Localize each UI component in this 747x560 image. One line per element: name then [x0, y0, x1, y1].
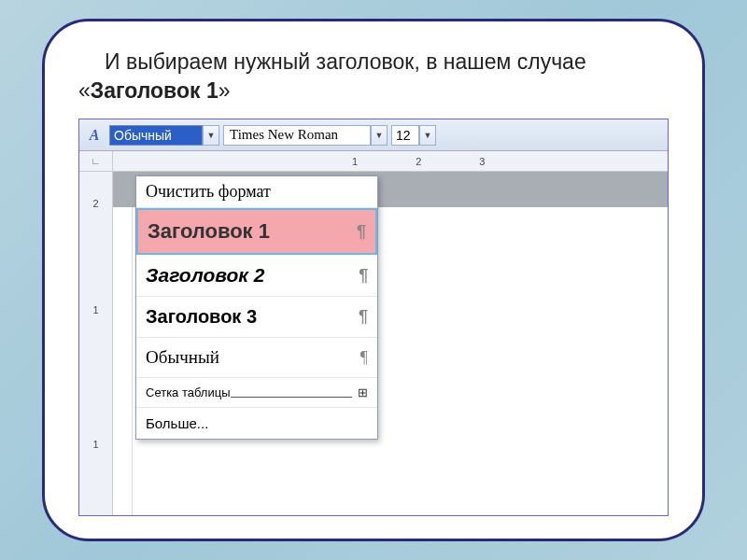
chevron-down-icon: ▼: [375, 131, 384, 140]
pilcrow-icon: ¶: [359, 266, 368, 286]
instruction-bold: Заголовок 1: [91, 78, 218, 103]
menu-label: Сетка таблицы: [146, 385, 231, 399]
styles-icon[interactable]: A: [83, 124, 106, 147]
style-input[interactable]: Обычный: [109, 125, 203, 146]
menu-label: Очистить формат: [146, 182, 271, 202]
menu-clear-format[interactable]: Очистить формат: [136, 176, 377, 208]
size-input[interactable]: 12: [391, 125, 419, 146]
instruction-text: И выбираем нужный заголовок, в нашем слу…: [78, 48, 669, 105]
menu-table-grid[interactable]: Сетка таблицы ⊞: [136, 378, 377, 408]
menu-heading-2[interactable]: Заголовок 2 ¶: [136, 255, 377, 297]
horizontal-ruler: 1 2 3: [113, 151, 668, 172]
vertical-ruler: 2 1 1: [79, 172, 113, 515]
size-selector[interactable]: 12 ▼: [391, 125, 436, 146]
grid-icon: ⊞: [358, 385, 368, 399]
ruler-mark: 1: [92, 304, 98, 315]
font-selector[interactable]: Times New Roman ▼: [223, 125, 388, 146]
formatting-toolbar: A Обычный ▼ Times New Roman ▼ 12 ▼: [79, 119, 668, 151]
menu-heading-1[interactable]: Заголовок 1 ¶: [136, 208, 377, 255]
ruler-mark: 1: [92, 439, 98, 450]
ruler-corner: ∟: [79, 151, 113, 172]
ruler-mark: 1: [352, 156, 365, 167]
style-selector[interactable]: Обычный ▼: [109, 124, 219, 147]
font-dropdown-button[interactable]: ▼: [371, 125, 388, 146]
chevron-down-icon: ▼: [207, 131, 216, 140]
instruction-suffix: »: [218, 78, 231, 103]
font-input[interactable]: Times New Roman: [223, 125, 371, 146]
menu-normal[interactable]: Обычный ¶: [136, 338, 377, 378]
ruler-mark: 2: [92, 198, 98, 209]
menu-label: Обычный: [146, 347, 219, 368]
style-dropdown-menu: Очистить формат Заголовок 1 ¶ Заголовок …: [135, 175, 378, 440]
menu-more[interactable]: Больше...: [136, 408, 377, 439]
pilcrow-icon: ¶: [359, 307, 368, 327]
menu-label: Заголовок 1: [148, 219, 270, 244]
slide-card: И выбираем нужный заголовок, в нашем слу…: [42, 19, 705, 541]
chevron-down-icon: ▼: [424, 131, 432, 140]
ruler-mark: 3: [479, 156, 492, 167]
pilcrow-icon: ¶: [360, 348, 368, 368]
menu-label: Больше...: [146, 415, 208, 431]
size-dropdown-button[interactable]: ▼: [419, 125, 436, 146]
menu-label: Заголовок 2: [146, 264, 264, 287]
word-screenshot: A Обычный ▼ Times New Roman ▼ 12 ▼ ∟ 1 2…: [78, 119, 669, 516]
menu-label: Заголовок 3: [146, 306, 257, 328]
pilcrow-icon: ¶: [357, 222, 366, 242]
ruler-mark: 2: [416, 156, 429, 167]
style-dropdown-button[interactable]: ▼: [203, 125, 219, 146]
menu-heading-3[interactable]: Заголовок 3 ¶: [136, 297, 377, 338]
